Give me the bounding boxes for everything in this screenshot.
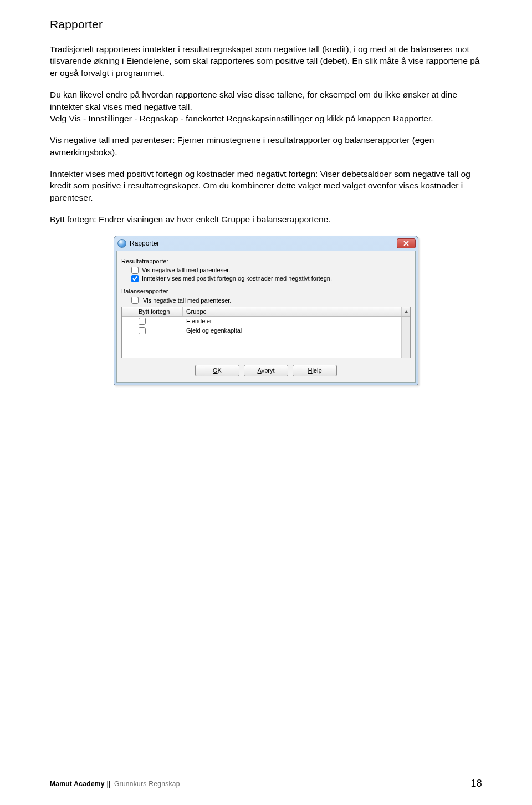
page-title: Rapporter bbox=[50, 18, 482, 31]
footer-sep: || bbox=[106, 780, 110, 788]
close-icon bbox=[403, 241, 409, 246]
checkbox-label: Inntekter vises med positivt fortegn og … bbox=[142, 275, 332, 282]
page-footer: Mamut Academy || Grunnkurs Regnskap 18 bbox=[50, 778, 482, 789]
table-row[interactable]: Gjeld og egenkapital bbox=[122, 326, 401, 335]
checkbox-inntekter-positivt[interactable]: Inntekter vises med positivt fortegn og … bbox=[131, 275, 411, 282]
cancel-button[interactable]: Avbryt bbox=[244, 365, 288, 376]
dialog-titlebar[interactable]: Rapporter bbox=[114, 236, 418, 251]
page-number: 18 bbox=[470, 778, 482, 789]
table-row bbox=[122, 335, 401, 358]
table-cell: Gjeld og egenkapital bbox=[183, 326, 401, 335]
group-label-balanserapporter: Balanserapporter bbox=[121, 288, 411, 294]
close-button[interactable] bbox=[397, 238, 416, 248]
checkbox-input[interactable] bbox=[131, 267, 139, 274]
body-paragraph: Du kan likevel endre på hvordan rapporte… bbox=[50, 89, 482, 113]
table-header[interactable]: Bytt fortegn Gruppe bbox=[122, 307, 410, 317]
checkbox-vis-negative-resultat[interactable]: Vis negative tall med parenteser. bbox=[131, 267, 411, 274]
app-icon bbox=[117, 239, 126, 248]
body-paragraph: Tradisjonelt rapporteres inntekter i res… bbox=[50, 43, 482, 79]
body-paragraph: Velg Vis - Innstillinger - Regnskap - fa… bbox=[50, 113, 482, 124]
group-label-resultatrapporter: Resultatrapporter bbox=[121, 258, 411, 264]
ok-button[interactable]: OK bbox=[195, 365, 239, 376]
checkbox-label: Vis negative tall med parenteser. bbox=[142, 297, 232, 304]
row-checkbox[interactable] bbox=[139, 327, 146, 334]
body-paragraph: Bytt fortegn: Endrer visningen av hver e… bbox=[50, 213, 482, 225]
scrollbar[interactable] bbox=[401, 317, 410, 358]
row-checkbox[interactable] bbox=[139, 318, 146, 325]
help-button[interactable]: Hjelp bbox=[293, 365, 337, 376]
footer-course: Grunnkurs Regnskap bbox=[114, 780, 180, 788]
checkbox-input[interactable] bbox=[131, 297, 139, 304]
footer-brand: Mamut Academy bbox=[50, 780, 105, 788]
body-paragraph: Vis negative tall med parenteser: Fjerne… bbox=[50, 134, 482, 158]
body-paragraph: Inntekter vises med positivt fortegn og … bbox=[50, 168, 482, 203]
checkbox-label: Vis negative tall med parenteser. bbox=[142, 267, 230, 273]
checkbox-input[interactable] bbox=[131, 275, 139, 282]
table-cell: Eiendeler bbox=[183, 317, 401, 326]
dialog-rapporter: Rapporter Resultatrapporter Vis negative… bbox=[114, 236, 418, 385]
table-header-cell[interactable]: Bytt fortegn bbox=[122, 307, 183, 316]
scroll-up-button[interactable] bbox=[401, 307, 410, 316]
table-row[interactable]: Eiendeler bbox=[122, 317, 401, 326]
checkbox-vis-negative-balanse[interactable]: Vis negative tall med parenteser. bbox=[131, 297, 411, 304]
chevron-up-icon bbox=[404, 309, 408, 314]
table-header-cell[interactable]: Gruppe bbox=[183, 307, 401, 316]
bytt-fortegn-table: Bytt fortegn Gruppe Eiendeler bbox=[121, 307, 411, 358]
dialog-title: Rapporter bbox=[130, 240, 397, 247]
